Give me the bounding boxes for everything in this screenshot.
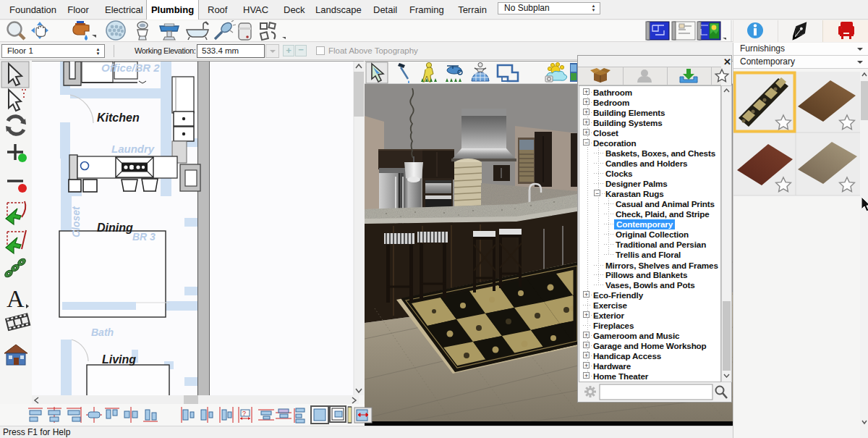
- svg-text:?: ?: [242, 410, 246, 417]
- svg-text:Laundry: Laundry: [111, 143, 155, 155]
- svg-text:A: A: [7, 285, 25, 312]
- svg-text:Kitchen: Kitchen: [97, 111, 140, 124]
- svg-text:Dining: Dining: [97, 222, 133, 234]
- svg-text:Bath: Bath: [91, 327, 114, 338]
- svg-text:Closet: Closet: [70, 206, 82, 237]
- svg-text:Office/BR 2: Office/BR 2: [101, 62, 160, 74]
- svg-text:Living: Living: [102, 353, 136, 366]
- svg-text:BR 3: BR 3: [132, 231, 156, 243]
